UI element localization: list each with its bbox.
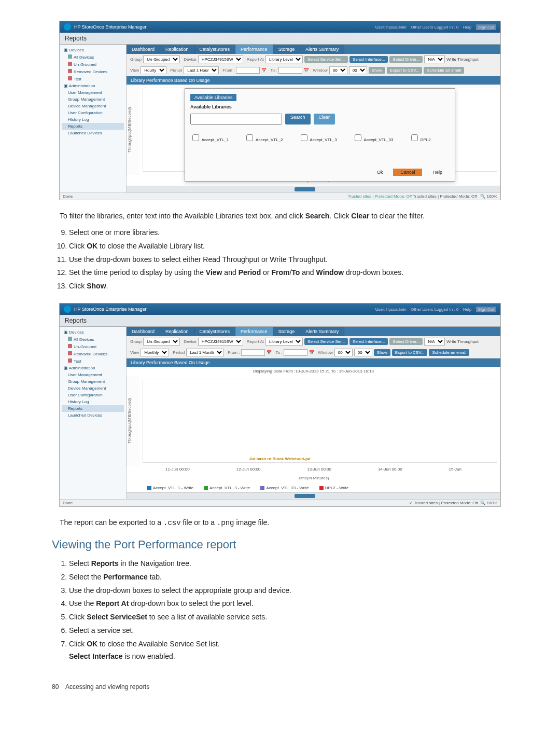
- period-select[interactable]: Last 1 Hour: [184, 66, 219, 74]
- search-button[interactable]: Search: [285, 114, 311, 125]
- to-input[interactable]: [284, 349, 307, 356]
- nav-user-mgmt[interactable]: User Management: [62, 371, 124, 378]
- zoom-value[interactable]: 100%: [487, 501, 497, 505]
- tab-performance[interactable]: Performance: [235, 45, 273, 54]
- other-users[interactable]: Other Users Logged In : 0: [411, 307, 458, 312]
- show-button[interactable]: Show: [369, 67, 385, 74]
- zoom-value[interactable]: 100%: [487, 194, 497, 199]
- nav-device-mgmt[interactable]: Device Management: [62, 385, 124, 392]
- tab-performance[interactable]: Performance: [235, 327, 273, 336]
- from-input[interactable]: [236, 67, 260, 74]
- tab-dashboard[interactable]: Dashboard: [127, 45, 160, 54]
- ok-button[interactable]: Ok: [370, 169, 390, 176]
- schedule-button[interactable]: Schedule an email: [424, 67, 464, 74]
- throughput-label[interactable]: Write Throughput: [446, 339, 479, 344]
- library-search-input[interactable]: [190, 114, 282, 125]
- help-link[interactable]: Help: [463, 25, 471, 30]
- select-driver-button[interactable]: Select Driver...: [389, 56, 423, 63]
- signout-button[interactable]: Sign Out: [476, 307, 496, 312]
- show-button[interactable]: Show: [374, 349, 390, 356]
- nav-tree[interactable]: ▣ Devices All Devices Un-Grouped Removed…: [60, 45, 127, 192]
- window-hh[interactable]: 00: [329, 66, 347, 74]
- lib-check-2[interactable]: Accept_VTL_2: [244, 133, 283, 143]
- modal-tab[interactable]: Available Libraries: [190, 94, 236, 101]
- tab-catalyst[interactable]: CatalystStores: [194, 327, 236, 336]
- h-scrollbar[interactable]: [127, 492, 500, 499]
- nav-launched[interactable]: Launched Devices: [62, 130, 124, 136]
- na-select[interactable]: N/A: [424, 338, 445, 346]
- lib-check-4[interactable]: Accept_VTL_33: [353, 133, 394, 143]
- select-interface-button[interactable]: Select Interface...: [349, 338, 388, 345]
- view-select[interactable]: Monthly: [141, 349, 169, 356]
- nav-devices[interactable]: ▣ Devices: [62, 47, 124, 53]
- tab-storage[interactable]: Storage: [273, 327, 301, 336]
- lib-check-3[interactable]: Accept_VTL_3: [299, 133, 337, 143]
- nav-removed[interactable]: Removed Devices: [62, 350, 124, 357]
- nav-ungrouped[interactable]: Un-Grouped: [62, 343, 124, 350]
- from-input[interactable]: [241, 349, 265, 356]
- nav-user-config[interactable]: User Configuration: [62, 392, 124, 398]
- group-select[interactable]: Un-Grouped: [143, 56, 180, 63]
- calendar-to-icon[interactable]: 📅: [304, 68, 309, 73]
- help-button[interactable]: Help: [425, 169, 450, 176]
- cancel-button[interactable]: Cancel: [393, 169, 422, 176]
- nav-history[interactable]: History Log: [62, 398, 124, 405]
- export-button[interactable]: Export to CSV...: [387, 67, 423, 74]
- reportat-select[interactable]: Library Level: [265, 338, 303, 346]
- calendar-from-icon[interactable]: 📅: [261, 68, 267, 73]
- reportat-select[interactable]: Library Level: [265, 56, 303, 63]
- signout-button[interactable]: Sign Out: [476, 24, 496, 30]
- throughput-label[interactable]: Write Throughput: [446, 57, 479, 62]
- nav-reports[interactable]: Reports: [62, 123, 124, 130]
- tab-alerts[interactable]: Alerts Summary: [300, 45, 344, 54]
- window-mm[interactable]: 00: [349, 66, 367, 74]
- help-link[interactable]: Help: [463, 307, 471, 312]
- device-select[interactable]: HPCZJ34915SW: [198, 338, 243, 346]
- lib-check-1[interactable]: Accept_VTL_1: [190, 133, 229, 143]
- export-button[interactable]: Export to CSV...: [392, 349, 428, 356]
- nav-user-mgmt[interactable]: User Management: [62, 89, 124, 96]
- nav-user-config[interactable]: User Configuration: [62, 109, 124, 116]
- nav-admin[interactable]: ▣ Administration: [62, 365, 124, 371]
- clear-button[interactable]: Clear: [314, 114, 335, 125]
- select-interface-button[interactable]: Select Interface...: [349, 56, 388, 63]
- nav-ungrouped[interactable]: Un-Grouped: [62, 61, 124, 68]
- nav-all-devices[interactable]: All Devices: [62, 53, 124, 61]
- tab-dashboard[interactable]: Dashboard: [127, 327, 160, 336]
- nav-devices[interactable]: ▣ Devices: [62, 329, 124, 336]
- group-select[interactable]: Un-Grouped: [143, 338, 180, 346]
- select-driver-button[interactable]: Select Driver...: [389, 338, 423, 345]
- nav-launched[interactable]: Launched Devices: [62, 412, 124, 419]
- tab-storage[interactable]: Storage: [273, 45, 301, 54]
- nav-history[interactable]: History Log: [62, 116, 124, 123]
- tab-catalyst[interactable]: CatalystStores: [194, 45, 236, 54]
- nav-group-mgmt[interactable]: Group Management: [62, 96, 124, 103]
- window-mm[interactable]: 00: [354, 349, 372, 356]
- calendar-from-icon[interactable]: 📅: [267, 350, 272, 355]
- to-input[interactable]: [278, 67, 302, 74]
- device-select[interactable]: HPCZJ34915SW: [198, 56, 243, 63]
- tab-alerts[interactable]: Alerts Summary: [300, 327, 344, 336]
- nav-reports[interactable]: Reports: [62, 405, 124, 412]
- calendar-to-icon[interactable]: 📅: [309, 350, 314, 355]
- other-users[interactable]: Other Users Logged In : 0: [411, 25, 458, 30]
- nav-removed[interactable]: Removed Devices: [62, 68, 124, 75]
- nav-device-mgmt[interactable]: Device Management: [62, 103, 124, 109]
- nav-test[interactable]: Test: [62, 357, 124, 365]
- lib-check-5[interactable]: DPL2: [409, 133, 431, 143]
- select-service-button[interactable]: Select Service Set...: [304, 56, 348, 63]
- nav-admin[interactable]: ▣ Administration: [62, 82, 124, 89]
- nav-test[interactable]: Test: [62, 75, 124, 82]
- view-select[interactable]: Hourly: [141, 66, 166, 74]
- window-hh[interactable]: 00: [334, 349, 353, 356]
- tab-replication[interactable]: Replication: [160, 45, 194, 54]
- tab-replication[interactable]: Replication: [160, 327, 194, 336]
- nav-all-devices[interactable]: All Devices: [62, 336, 124, 343]
- nav-tree-2[interactable]: ▣ Devices All Devices Un-Grouped Removed…: [60, 327, 127, 499]
- h-scrollbar[interactable]: [127, 186, 500, 192]
- na-select[interactable]: N/A: [424, 56, 445, 63]
- period-select[interactable]: Last 1 Month: [186, 349, 224, 356]
- select-service-button[interactable]: Select Service Set...: [304, 338, 348, 345]
- nav-group-mgmt[interactable]: Group Management: [62, 378, 124, 385]
- schedule-button[interactable]: Schedule an email: [429, 349, 469, 356]
